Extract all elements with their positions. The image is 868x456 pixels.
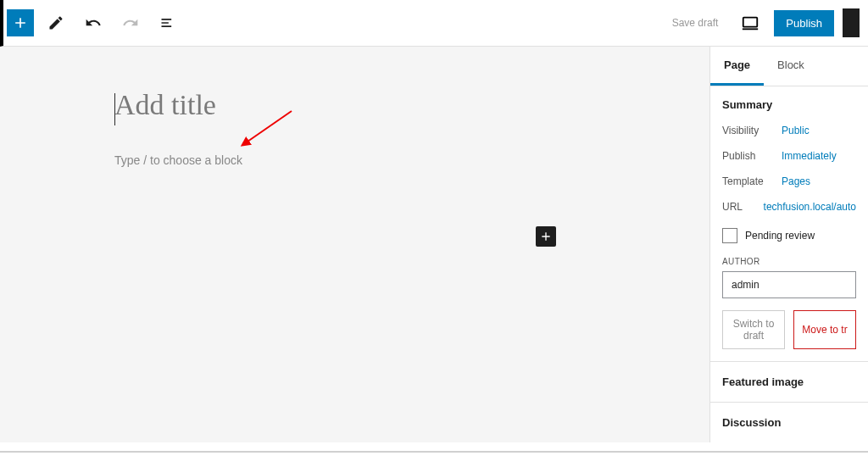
summary-heading: Summary	[722, 98, 856, 111]
discussion-panel[interactable]: Discussion	[710, 403, 868, 442]
move-to-trash-button[interactable]: Move to tr	[793, 310, 856, 349]
editor-toolbar: Save draft Publish	[0, 0, 868, 47]
pending-review-row: Pending review	[722, 220, 856, 247]
visibility-label: Visibility	[722, 125, 782, 136]
tab-page[interactable]: Page	[710, 47, 764, 86]
bottom-border	[0, 451, 868, 453]
featured-image-panel[interactable]: Featured image	[710, 362, 868, 403]
action-buttons: Switch to draft Move to tr	[722, 310, 856, 349]
toolbar-left	[7, 8, 183, 38]
sidebar-tabs: Page Block	[710, 47, 868, 86]
edit-tool-icon[interactable]	[41, 8, 71, 38]
publish-value[interactable]: Immediately	[782, 150, 837, 162]
pending-review-checkbox[interactable]	[722, 228, 737, 243]
template-value[interactable]: Pages	[782, 175, 810, 187]
visibility-row: Visibility Public	[722, 118, 856, 143]
svg-rect-0	[743, 18, 758, 27]
url-label: URL	[722, 201, 764, 213]
template-row: Template Pages	[722, 169, 856, 194]
title-input[interactable]	[114, 89, 538, 121]
block-placeholder[interactable]: Type / to choose a block	[114, 153, 709, 167]
undo-icon[interactable]	[78, 8, 108, 38]
add-block-button[interactable]	[7, 9, 34, 36]
editor-canvas[interactable]: Type / to choose a block	[0, 47, 709, 442]
publish-label: Publish	[722, 150, 782, 162]
settings-sidebar: Page Block Summary Visibility Public Pub…	[709, 47, 868, 442]
author-label: AUTHOR	[722, 257, 856, 266]
text-cursor	[114, 93, 115, 125]
publish-button[interactable]: Publish	[774, 10, 834, 36]
author-select[interactable]: admin	[722, 271, 856, 298]
url-row: URL techfusion.local/auto	[722, 194, 856, 220]
summary-panel: Summary Visibility Public Publish Immedi…	[710, 86, 868, 362]
add-block-inline-button[interactable]	[536, 226, 556, 247]
main-area: Type / to choose a block Page Block Summ…	[0, 47, 868, 442]
tab-block[interactable]: Block	[764, 47, 818, 86]
toolbar-right: Save draft Publish	[664, 8, 860, 38]
switch-to-draft-button[interactable]: Switch to draft	[722, 310, 785, 349]
visibility-value[interactable]: Public	[782, 125, 810, 136]
template-label: Template	[722, 175, 782, 187]
save-draft-button[interactable]: Save draft	[664, 12, 727, 34]
settings-icon[interactable]	[843, 8, 860, 37]
document-outline-icon[interactable]	[153, 8, 183, 38]
publish-row: Publish Immediately	[722, 143, 856, 169]
redo-icon[interactable]	[115, 8, 146, 38]
url-value[interactable]: techfusion.local/auto	[764, 201, 856, 213]
pending-review-label: Pending review	[745, 230, 815, 242]
preview-icon[interactable]	[735, 8, 765, 38]
